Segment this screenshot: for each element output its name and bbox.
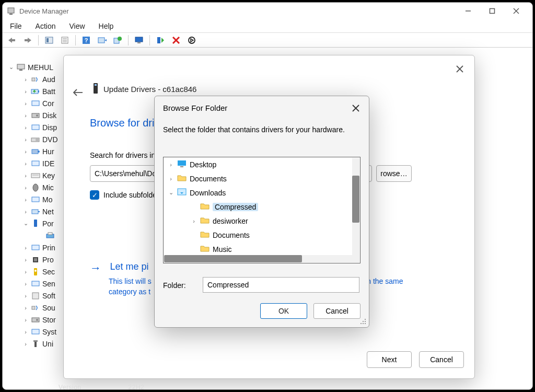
chevron-icon[interactable]: › <box>22 197 29 203</box>
app-icon <box>7 7 15 15</box>
chevron-icon[interactable]: › <box>22 245 29 251</box>
toolbar-properties-icon[interactable] <box>59 34 71 47</box>
scrollbar-vertical[interactable] <box>352 158 359 262</box>
menu-view[interactable]: View <box>67 21 87 31</box>
svg-point-58 <box>34 270 37 272</box>
checkbox-checked-icon[interactable]: ✓ <box>90 190 99 200</box>
toolbar-update-icon[interactable] <box>111 34 124 47</box>
back-arrow-icon[interactable] <box>70 85 86 100</box>
chevron-icon[interactable]: › <box>168 176 174 182</box>
device-category-icon <box>31 316 40 324</box>
svg-rect-60 <box>32 293 39 299</box>
tree-item-label: Batt <box>42 87 55 96</box>
svg-rect-42 <box>32 149 38 154</box>
chevron-icon[interactable]: › <box>22 172 29 179</box>
svg-rect-71 <box>95 84 97 86</box>
window-title: Device Manager <box>19 7 69 15</box>
toolbar-back-icon[interactable] <box>6 34 18 47</box>
svg-rect-7 <box>12 39 15 41</box>
device-category-icon <box>31 159 40 168</box>
next-button[interactable]: Next <box>367 351 412 368</box>
chevron-icon[interactable]: › <box>22 269 29 275</box>
svg-rect-49 <box>32 210 38 214</box>
device-category-icon <box>31 111 40 120</box>
toolbar-show-hidden-icon[interactable] <box>43 34 55 47</box>
chevron-icon[interactable]: › <box>22 124 29 131</box>
toolbar-forward-icon[interactable] <box>21 34 34 47</box>
svg-rect-82 <box>363 323 364 324</box>
close-icon[interactable] <box>451 61 468 77</box>
maximize-button[interactable] <box>480 3 504 19</box>
device-category-icon <box>31 280 40 288</box>
chevron-icon[interactable]: › <box>22 257 29 263</box>
chevron-icon[interactable]: › <box>22 136 29 143</box>
chevron-icon[interactable]: › <box>22 317 29 323</box>
close-icon[interactable] <box>348 100 364 116</box>
folder-label: Documents <box>190 175 227 183</box>
close-button[interactable] <box>504 3 528 19</box>
chevron-icon[interactable]: › <box>191 218 197 224</box>
folder-tree-item[interactable]: Music <box>164 242 360 256</box>
resize-grip-icon[interactable] <box>359 318 367 325</box>
chevron-icon[interactable]: › <box>22 112 29 119</box>
tree-item-label: Mo <box>42 195 52 204</box>
chevron-icon[interactable]: › <box>22 160 29 167</box>
folder-tree-item[interactable]: ›desiworker <box>164 214 360 228</box>
chevron-icon[interactable]: › <box>22 209 29 215</box>
chevron-icon[interactable]: › <box>22 185 29 191</box>
menu-help[interactable]: Help <box>97 21 116 31</box>
toolbar-uninstall-icon[interactable] <box>170 34 182 47</box>
chevron-icon[interactable]: › <box>22 341 29 347</box>
wizard-cancel-button[interactable]: Cancel <box>419 351 464 368</box>
chevron-icon[interactable]: › <box>22 281 29 287</box>
chevron-icon[interactable]: › <box>22 329 29 335</box>
ok-button[interactable]: OK <box>260 303 307 319</box>
svg-rect-3 <box>490 9 495 14</box>
scrollbar-thumb[interactable] <box>164 255 302 262</box>
svg-point-43 <box>38 151 40 153</box>
svg-rect-9 <box>25 39 28 41</box>
chevron-icon[interactable]: › <box>22 148 29 155</box>
cancel-button[interactable]: Cancel <box>313 303 360 319</box>
svg-rect-83 <box>365 323 366 324</box>
tree-item-label: Key <box>42 171 55 180</box>
folder-tree-item[interactable]: Documents <box>164 228 360 242</box>
include-subfolders-row[interactable]: ✓ Include subfolde <box>90 190 157 200</box>
browse-button[interactable]: rowse… <box>376 165 412 182</box>
browse-title: Browse For Folder <box>163 103 227 112</box>
chevron-icon[interactable]: › <box>22 305 29 311</box>
toolbar-scan-icon[interactable] <box>96 34 108 47</box>
scrollbar-thumb[interactable] <box>352 176 359 223</box>
chevron-icon[interactable]: › <box>22 100 29 107</box>
menu-file[interactable]: File <box>8 21 24 31</box>
chevron-icon[interactable]: › <box>22 76 29 83</box>
chevron-icon[interactable]: ⌄ <box>22 220 29 227</box>
minimize-button[interactable] <box>456 3 480 19</box>
svg-rect-48 <box>32 197 39 202</box>
toolbar-help-icon[interactable]: ? <box>80 34 92 47</box>
chevron-icon[interactable]: › <box>22 293 29 299</box>
device-category-icon <box>31 328 40 336</box>
toolbar-disable-icon[interactable] <box>185 34 198 47</box>
toolbar-monitor-icon[interactable] <box>133 34 145 47</box>
chevron-icon[interactable]: › <box>22 88 29 95</box>
menu-action[interactable]: Action <box>33 21 58 31</box>
svg-marker-6 <box>8 38 12 43</box>
svg-text:?: ? <box>85 37 88 43</box>
tree-item-label: Por <box>42 220 54 228</box>
tree-item-label: Prin <box>42 244 55 252</box>
chevron-icon[interactable]: ⌄ <box>168 189 174 196</box>
folder-tree-item[interactable]: ›Documents <box>164 171 360 186</box>
scrollbar-horizontal[interactable] <box>164 255 352 262</box>
folder-tree-item[interactable]: Compressed <box>164 200 360 214</box>
folder-tree-item[interactable]: ⌄Downloads <box>164 186 360 200</box>
svg-point-38 <box>36 114 38 117</box>
chevron-icon[interactable]: › <box>168 162 174 168</box>
toolbar-enable-icon[interactable] <box>154 34 167 47</box>
folder-input[interactable] <box>203 277 359 293</box>
folder-tree[interactable]: ›Desktop›Documents⌄DownloadsCompressed›d… <box>163 157 360 263</box>
chevron-down-icon[interactable]: ⌄ <box>8 64 14 71</box>
folder-tree-item[interactable]: ›Desktop <box>164 157 360 171</box>
folder-label: Music <box>213 245 232 253</box>
svg-point-47 <box>33 184 38 191</box>
